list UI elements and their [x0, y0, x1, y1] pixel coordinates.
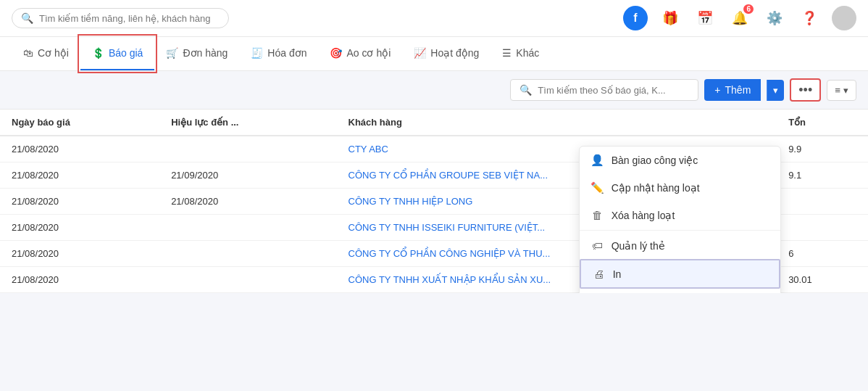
- hoat-dong-icon: 📈: [414, 47, 426, 59]
- col-header-customer: Khách hàng: [337, 110, 777, 136]
- nav-item-hoa-don[interactable]: 🧾 Hóa đơn: [239, 37, 318, 70]
- plus-icon: +: [714, 84, 720, 96]
- add-dropdown-button[interactable]: ▾: [767, 80, 784, 101]
- nav-item-don-hang[interactable]: 🛒 Đơn hàng: [154, 37, 239, 70]
- settings-icon[interactable]: ⚙️: [762, 6, 787, 30]
- nav-item-ao-co-hoi[interactable]: 🎯 Ao cơ hội: [318, 37, 402, 70]
- nav-item-hoat-dong[interactable]: 📈 Hoạt động: [402, 37, 491, 70]
- edit-icon: ✏️: [591, 181, 604, 194]
- table-search-icon: 🔍: [519, 84, 532, 96]
- don-hang-icon: 🛒: [166, 47, 178, 59]
- dropdown-item-ban-giao[interactable]: 👤 Bàn giao công việc: [580, 147, 780, 174]
- khac-icon: ☰: [502, 47, 512, 59]
- nav-label-hoat-dong: Hoạt động: [430, 47, 479, 59]
- dropdown-menu: 👤 Bàn giao công việc ✏️ Cập nhật hàng lo…: [579, 146, 781, 293]
- person-icon: 👤: [591, 154, 604, 167]
- top-bar-right: f 🎁 📅 🔔 6 ⚙️ ❓: [623, 6, 856, 30]
- top-bar: 🔍 f 🎁 📅 🔔 6 ⚙️ ❓: [0, 0, 868, 37]
- more-options-button[interactable]: •••: [790, 78, 821, 102]
- nav-bar: 🛍 Cơ hội 💲 Báo giá 🛒 Đơn hàng 🧾 Hóa đơn …: [0, 37, 868, 71]
- nav-label-ao-co-hoi: Ao cơ hội: [346, 47, 391, 59]
- table-header-row: Ngày báo giá Hiệu lực đến ... Khách hàng…: [0, 110, 868, 136]
- facebook-icon[interactable]: f: [623, 6, 648, 30]
- nav-label-bao-gia: Báo giá: [109, 47, 143, 59]
- nav-item-co-hoi[interactable]: 🛍 Cơ hội: [12, 37, 80, 70]
- cell-amount: 9.1: [777, 162, 868, 189]
- add-label: Thêm: [725, 84, 751, 96]
- dropdown-item-cap-nhat[interactable]: ✏️ Cập nhật hàng loạt: [580, 174, 780, 202]
- chevron-icon: ▾: [843, 85, 848, 96]
- dropdown-item-quan-ly-the[interactable]: 🏷 Quản lý thẻ: [580, 232, 780, 259]
- bao-gia-icon: 💲: [92, 47, 104, 59]
- list-icon: ≡: [835, 85, 840, 96]
- gift-icon[interactable]: 🎁: [658, 6, 683, 30]
- divider: [580, 230, 780, 231]
- dropdown-label-ban-giao: Bàn giao công việc: [612, 155, 698, 166]
- cell-date: 21/08/2020: [0, 215, 159, 241]
- nav-label-co-hoi: Cơ hội: [38, 47, 69, 59]
- nav-item-khac[interactable]: ☰ Khác: [491, 37, 551, 70]
- dots-icon: •••: [798, 83, 812, 96]
- nav-item-bao-gia[interactable]: 💲 Báo giá: [80, 37, 154, 70]
- dropdown-label-cap-nhat: Cập nhật hàng loạt: [612, 182, 700, 194]
- col-header-date: Ngày báo giá: [0, 110, 159, 136]
- cell-valid: [159, 215, 336, 241]
- cell-amount: 30.01: [777, 267, 868, 293]
- cell-valid: [159, 136, 336, 162]
- nav-label-hoa-don: Hóa đơn: [267, 47, 306, 59]
- user-avatar[interactable]: [832, 6, 856, 30]
- cell-amount: [777, 215, 868, 241]
- table-search-box[interactable]: 🔍: [510, 79, 698, 101]
- cell-valid: 21/09/2020: [159, 162, 336, 189]
- hoa-don-icon: 🧾: [251, 47, 263, 59]
- col-header-valid: Hiệu lực đến ...: [159, 110, 336, 136]
- tag-icon: 🏷: [591, 239, 604, 252]
- cell-date: 21/08/2020: [0, 189, 159, 215]
- notification-badge: 6: [743, 4, 754, 14]
- cell-valid: [159, 267, 336, 293]
- add-button[interactable]: + Thêm: [704, 79, 761, 101]
- global-search-box[interactable]: 🔍: [12, 8, 229, 28]
- cell-amount: [777, 189, 868, 215]
- dropdown-label-quan-ly-the: Quản lý thẻ: [612, 240, 665, 252]
- table-search-input[interactable]: [538, 85, 689, 96]
- list-view-button[interactable]: ≡ ▾: [827, 80, 856, 101]
- co-hoi-icon: 🛍: [23, 47, 33, 59]
- dropdown-item-in[interactable]: 🖨 In: [580, 259, 780, 289]
- search-icon: 🔍: [21, 12, 33, 24]
- cell-amount: 6: [777, 241, 868, 267]
- chevron-down-icon: ▾: [773, 85, 778, 96]
- dropdown-label-in: In: [613, 268, 622, 280]
- dropdown-label-xoa: Xóa hàng loạt: [612, 210, 675, 221]
- cell-date: 21/08/2020: [0, 136, 159, 162]
- global-search-input[interactable]: [39, 13, 220, 24]
- cell-valid: 21/08/2020: [159, 189, 336, 215]
- toolbar: 🔍 + Thêm ▾ ••• ≡ ▾: [0, 71, 868, 110]
- ao-co-hoi-icon: 🎯: [330, 47, 342, 59]
- cell-date: 21/08/2020: [0, 162, 159, 189]
- table-container: Ngày báo giá Hiệu lực đến ... Khách hàng…: [0, 110, 868, 293]
- help-icon[interactable]: ❓: [797, 6, 822, 30]
- print-icon: 🖨: [593, 268, 606, 280]
- cell-date: 21/08/2020: [0, 267, 159, 293]
- col-header-total: Tổn: [777, 110, 868, 136]
- nav-label-khac: Khác: [516, 47, 539, 59]
- cell-date: 21/08/2020: [0, 241, 159, 267]
- cell-valid: [159, 241, 336, 267]
- cell-amount: 9.9: [777, 136, 868, 162]
- trash-icon: 🗑: [591, 209, 604, 221]
- dropdown-item-xoa[interactable]: 🗑 Xóa hàng loạt: [580, 202, 780, 229]
- calendar-icon[interactable]: 📅: [693, 6, 717, 30]
- nav-label-don-hang: Đơn hàng: [183, 47, 228, 59]
- dropdown-item-xuat-khau[interactable]: ↗ Xuất khẩu toàn bộ: [580, 289, 780, 293]
- notification-icon[interactable]: 🔔 6: [727, 6, 752, 30]
